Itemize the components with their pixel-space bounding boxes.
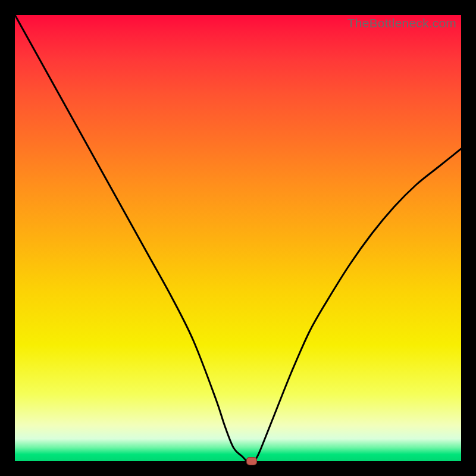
bottleneck-curve: [15, 15, 461, 461]
optimal-point-marker: [246, 457, 257, 465]
curve-path: [15, 15, 461, 462]
plot-area: TheBottleneck.com: [15, 15, 461, 461]
chart-frame: TheBottleneck.com: [0, 0, 476, 476]
